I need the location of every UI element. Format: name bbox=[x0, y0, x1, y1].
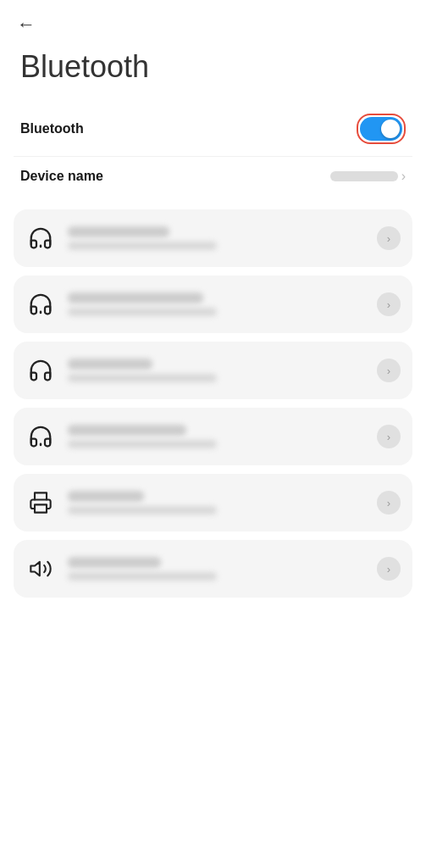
device-sub-blurred-4 bbox=[68, 440, 217, 448]
svg-rect-3 bbox=[35, 504, 47, 512]
device-card-2[interactable]: › bbox=[14, 275, 412, 333]
devices-list: › › › bbox=[0, 209, 426, 598]
device-name-chevron-icon: › bbox=[401, 169, 406, 184]
bluetooth-setting-label: Bluetooth bbox=[20, 121, 84, 136]
device-icon-headphones-1 bbox=[25, 223, 56, 253]
device-name-blurred-4 bbox=[68, 425, 186, 436]
device-card-1[interactable]: › bbox=[14, 209, 412, 267]
back-button[interactable]: ← bbox=[0, 0, 426, 42]
bluetooth-toggle-highlight bbox=[357, 114, 406, 144]
settings-section: Bluetooth Device name › bbox=[0, 102, 426, 196]
device-card-6[interactable]: › bbox=[14, 540, 412, 598]
device-sub-blurred-6 bbox=[68, 572, 217, 581]
device-icon-headphones-3 bbox=[25, 355, 56, 386]
device-info-5 bbox=[68, 491, 365, 515]
svg-marker-4 bbox=[30, 562, 40, 576]
back-arrow-icon: ← bbox=[17, 14, 36, 36]
device-chevron-1: › bbox=[377, 226, 401, 250]
device-name-blurred bbox=[330, 171, 398, 181]
device-name-blurred-2 bbox=[68, 292, 203, 303]
device-sub-blurred-3 bbox=[68, 374, 217, 382]
bluetooth-toggle[interactable] bbox=[360, 117, 402, 141]
device-chevron-5: › bbox=[377, 491, 401, 515]
device-icon-headphones-4 bbox=[25, 421, 56, 452]
device-info-2 bbox=[68, 292, 365, 316]
device-info-4 bbox=[68, 425, 365, 448]
device-name-blurred-5 bbox=[68, 491, 144, 502]
device-chevron-3: › bbox=[377, 359, 401, 382]
device-chevron-2: › bbox=[377, 292, 401, 316]
device-icon-printer-5 bbox=[25, 487, 56, 518]
device-name-label: Device name bbox=[20, 169, 103, 184]
device-info-1 bbox=[68, 226, 365, 250]
device-info-6 bbox=[68, 557, 365, 581]
device-icon-music-6 bbox=[25, 554, 56, 584]
device-chevron-4: › bbox=[377, 425, 401, 448]
device-info-3 bbox=[68, 359, 365, 382]
device-chevron-6: › bbox=[377, 557, 401, 581]
device-card-4[interactable]: › bbox=[14, 408, 412, 465]
device-card-3[interactable]: › bbox=[14, 342, 412, 399]
device-name-blurred-6 bbox=[68, 557, 161, 568]
toggle-knob bbox=[381, 120, 400, 138]
device-name-blurred-1 bbox=[68, 226, 169, 237]
device-sub-blurred-2 bbox=[68, 308, 217, 316]
device-name-blurred-3 bbox=[68, 359, 152, 370]
page-title: Bluetooth bbox=[0, 42, 426, 102]
device-name-value: › bbox=[330, 169, 406, 184]
device-sub-blurred-1 bbox=[68, 242, 217, 250]
device-sub-blurred-5 bbox=[68, 506, 217, 515]
bluetooth-toggle-row: Bluetooth bbox=[14, 102, 412, 157]
device-icon-headphones-2 bbox=[25, 289, 56, 320]
device-name-row[interactable]: Device name › bbox=[14, 157, 412, 196]
device-card-5[interactable]: › bbox=[14, 474, 412, 531]
